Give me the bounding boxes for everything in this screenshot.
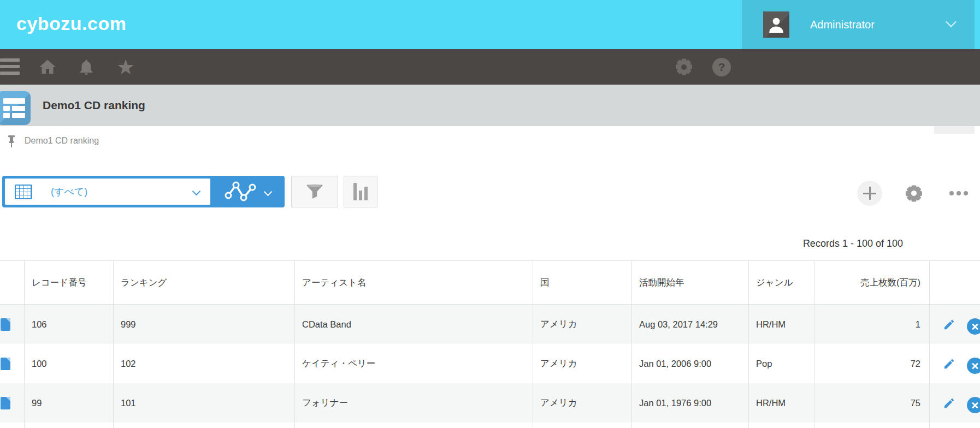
kintone-app-screen: cybozu.com Administrator ★ ? bbox=[0, 0, 980, 428]
pushpin-icon bbox=[7, 135, 16, 148]
view-switcher: (すべて) bbox=[2, 176, 285, 207]
cell-artist: フォリナー bbox=[295, 383, 533, 423]
header-cell-genre[interactable]: ジャンル bbox=[749, 261, 814, 304]
record-document-icon[interactable] bbox=[1, 397, 10, 409]
cell-record-number: 100 bbox=[25, 344, 114, 383]
notifications-bell-icon[interactable] bbox=[74, 49, 98, 85]
cell-country: アメリカ bbox=[533, 383, 632, 423]
graph-view-button[interactable] bbox=[210, 176, 285, 207]
table-row: 99 101 フォリナー アメリカ Jan 01, 1976 9:00 HR/H… bbox=[0, 383, 980, 423]
table-row: 106 999 CData Band アメリカ Aug 03, 2017 14:… bbox=[0, 305, 980, 344]
cell-genre: HR/HM bbox=[749, 383, 814, 423]
favorites-star-icon[interactable]: ★ bbox=[114, 49, 138, 85]
cell-sales: 72 bbox=[814, 344, 930, 383]
chevron-down-icon[interactable] bbox=[946, 16, 957, 27]
view-select-label: (すべて) bbox=[51, 185, 87, 198]
cell-start-year: Aug 03, 2017 14:29 bbox=[632, 305, 749, 344]
cell-country: アメリカ bbox=[533, 344, 632, 383]
avatar[interactable] bbox=[763, 11, 789, 38]
header-cell-icon bbox=[0, 261, 25, 304]
cell-sales: 1 bbox=[814, 305, 930, 344]
help-icon[interactable]: ? bbox=[710, 49, 734, 85]
app-settings-gear-icon[interactable] bbox=[905, 184, 923, 203]
settings-gear-icon[interactable] bbox=[672, 49, 696, 85]
cell-ranking: 999 bbox=[114, 305, 295, 344]
chart-button[interactable] bbox=[344, 176, 377, 207]
cell-genre: Pop bbox=[749, 344, 814, 383]
cell-start-year: Jan 01, 1976 9:00 bbox=[632, 383, 749, 423]
cell-record-number: 99 bbox=[25, 383, 114, 423]
cell-genre: HR/HM bbox=[749, 305, 814, 344]
home-icon[interactable] bbox=[36, 49, 60, 85]
app-title: Demo1 CD ranking bbox=[43, 85, 145, 126]
delete-x-icon[interactable] bbox=[967, 397, 980, 413]
hamburger-menu-icon[interactable] bbox=[0, 58, 20, 75]
more-options-ellipsis-icon[interactable] bbox=[949, 191, 971, 197]
breadcrumb-label[interactable]: Demo1 CD ranking bbox=[25, 136, 99, 146]
cell-country: アメリカ bbox=[533, 305, 632, 344]
header-cell-artist[interactable]: アーティスト名 bbox=[295, 261, 533, 304]
header-cell-record-number[interactable]: レコード番号 bbox=[25, 261, 114, 304]
cell-sales: 75 bbox=[814, 383, 930, 423]
table-row: 100 102 ケイティ・ペリー アメリカ Jan 01, 2006 9:00 … bbox=[0, 344, 980, 383]
edit-pencil-icon[interactable] bbox=[943, 358, 955, 370]
table-view-icon bbox=[15, 185, 32, 199]
edit-pencil-icon[interactable] bbox=[943, 318, 955, 331]
person-icon bbox=[766, 15, 786, 34]
add-record-button[interactable] bbox=[857, 181, 882, 206]
header-cell-country[interactable]: 国 bbox=[533, 261, 632, 304]
edit-pencil-icon[interactable] bbox=[943, 397, 955, 409]
cybozu-logo[interactable]: cybozu.com bbox=[16, 13, 126, 34]
records-table: レコード番号 ランキング アーティスト名 国 活動開始年 ジャンル 売上枚数(百… bbox=[0, 260, 980, 428]
table-row-partial bbox=[0, 423, 980, 428]
cell-ranking: 101 bbox=[114, 383, 295, 423]
record-document-icon[interactable] bbox=[1, 318, 10, 331]
user-menu[interactable]: Administrator bbox=[742, 0, 975, 49]
delete-x-icon[interactable] bbox=[967, 358, 980, 374]
top-bar: cybozu.com Administrator bbox=[0, 0, 980, 49]
cell-record-number: 106 bbox=[25, 305, 114, 344]
cell-artist: CData Band bbox=[295, 305, 533, 344]
chevron-down-icon bbox=[192, 187, 201, 196]
view-select-dropdown[interactable]: (すべて) bbox=[5, 179, 210, 205]
cell-artist: ケイティ・ペリー bbox=[295, 344, 533, 383]
filter-button[interactable] bbox=[291, 176, 338, 207]
app-icon[interactable] bbox=[0, 91, 31, 125]
record-document-icon[interactable] bbox=[1, 358, 10, 370]
records-count: Records 1 - 100 of 100 bbox=[803, 238, 903, 249]
user-name: Administrator bbox=[810, 0, 875, 49]
bar-chart-icon bbox=[353, 183, 368, 200]
global-nav-bar: ★ ? bbox=[0, 49, 980, 85]
line-graph-icon bbox=[225, 181, 256, 203]
table-header-row: レコード番号 ランキング アーティスト名 国 活動開始年 ジャンル 売上枚数(百… bbox=[0, 261, 980, 305]
cell-start-year: Jan 01, 2006 9:00 bbox=[632, 344, 749, 383]
header-cell-actions bbox=[930, 261, 980, 304]
header-cell-sales[interactable]: 売上枚数(百万) bbox=[814, 261, 930, 304]
delete-x-icon[interactable] bbox=[967, 318, 980, 335]
header-cell-ranking[interactable]: ランキング bbox=[114, 261, 295, 304]
header-cell-start-year[interactable]: 活動開始年 bbox=[632, 261, 749, 304]
app-header-band: Demo1 CD ranking bbox=[0, 85, 980, 126]
chevron-down-icon bbox=[264, 187, 273, 196]
funnel-icon bbox=[304, 181, 326, 203]
cell-ranking: 102 bbox=[114, 344, 295, 383]
